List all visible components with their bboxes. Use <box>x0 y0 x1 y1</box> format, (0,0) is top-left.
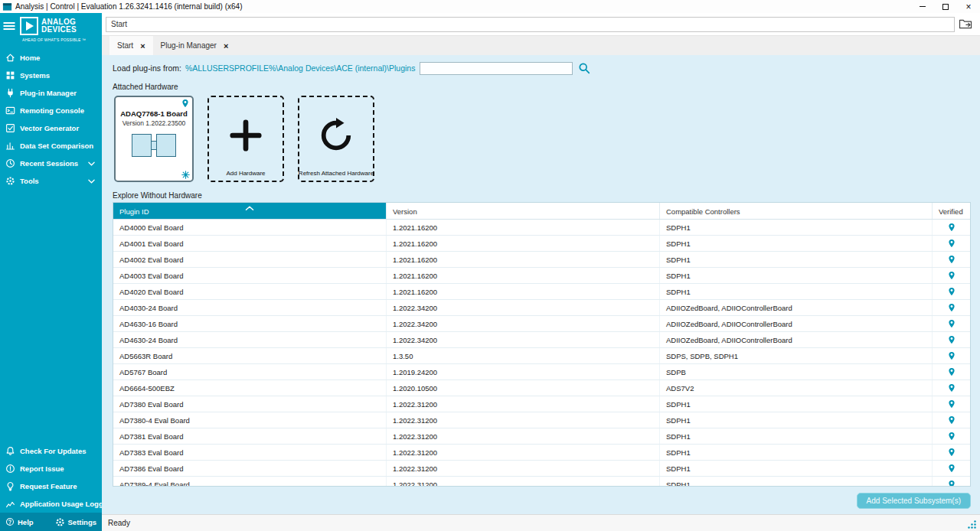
sort-ascending-icon <box>246 204 254 212</box>
add-selected-button[interactable]: Add Selected Subsystem(s) <box>857 493 971 509</box>
table-row[interactable]: AD7383 Eval Board1.2022.31200SDPH1 <box>113 445 970 461</box>
sidebar-item-tools[interactable]: Tools <box>0 172 102 190</box>
cell-verified <box>933 380 970 396</box>
table-row[interactable]: AD5767 Board1.2019.24200SDPB <box>113 364 970 380</box>
table-row[interactable]: AD4002 Eval Board1.2021.16200SDPH1 <box>113 252 970 268</box>
cell-version: 1.2021.16200 <box>387 236 660 251</box>
hardware-card-adaq7768-1[interactable]: ADAQ7768-1 Board Version 1.2022.23500 <box>114 96 194 182</box>
table-row[interactable]: AD7386 Eval Board1.2022.31200SDPH1 <box>113 461 970 477</box>
adi-logo-text: ANALOG DEVICES <box>41 18 77 34</box>
verified-pin-icon <box>947 415 956 425</box>
cell-controllers: SDPH1 <box>660 461 933 476</box>
minimize-button[interactable] <box>911 0 934 13</box>
table-row[interactable]: AD4630-24 Board1.2022.34200ADIIOZedBoard… <box>113 332 970 348</box>
cell-verified <box>933 332 970 347</box>
sidebar-item-remoting-console[interactable]: Remoting Console <box>0 102 102 119</box>
sidebar-item-data-set-comparison[interactable]: Data Set Comparison <box>0 137 102 155</box>
sidebar-item-label: Systems <box>20 71 50 80</box>
maximize-button[interactable] <box>934 0 957 13</box>
table-row[interactable]: AD7381 Eval Board1.2022.31200SDPH1 <box>113 428 970 445</box>
verified-pin-icon <box>947 448 956 457</box>
close-button[interactable]: × <box>957 0 980 13</box>
table-header: Plugin IDVersionCompatible ControllersVe… <box>113 203 970 220</box>
table-row[interactable]: AD7380 Eval Board1.2022.31200SDPH1 <box>113 396 970 412</box>
add-hardware-label: Add Hardware <box>225 170 266 177</box>
cell-version: 1.2022.31200 <box>387 445 660 460</box>
cell-controllers: ADIIOZedBoard, ADIIOControllerBoard <box>660 316 933 331</box>
board-version: Version 1.2022.23500 <box>116 119 192 127</box>
sidebar-item-check-for-updates[interactable]: Check For Updates <box>0 442 102 460</box>
cell-verified <box>933 236 970 251</box>
sidebar-item-recent-sessions[interactable]: Recent Sessions <box>0 155 102 172</box>
table-row[interactable]: AD4001 Eval Board1.2021.16200SDPH1 <box>113 236 970 252</box>
cell-verified <box>933 477 970 487</box>
sidebar-item-request-feature[interactable]: Request Feature <box>0 477 102 495</box>
resize-grip[interactable] <box>967 520 977 529</box>
cell-plugin-id: AD6664-500EBZ <box>113 380 387 396</box>
tab-label: Plug-in Manager <box>161 41 217 50</box>
refresh-hardware-label: Refresh Attached Hardware <box>298 170 374 177</box>
plugin-icon <box>5 88 16 98</box>
table-row[interactable]: AD4630-16 Board1.2022.34200ADIIOZedBoard… <box>113 316 970 332</box>
verified-pin-icon <box>947 271 956 280</box>
sidebar-item-vector-generator[interactable]: Vector Generator <box>0 119 102 137</box>
sidebar-item-plug-in-manager[interactable]: Plug-in Manager <box>0 84 102 102</box>
plugin-filter-input[interactable] <box>420 62 573 75</box>
cell-controllers: SDPH1 <box>660 284 933 299</box>
sidebar-bottom-menu: Check For UpdatesReport IssueRequest Fea… <box>0 442 102 513</box>
verified-pin-icon <box>947 367 956 376</box>
cell-plugin-id: AD4000 Eval Board <box>113 220 387 235</box>
sidebar-item-label: Check For Updates <box>20 447 87 455</box>
table-row[interactable]: AD7380-4 Eval Board1.2022.31200SDPH1 <box>113 412 970 428</box>
cell-plugin-id: AD4003 Eval Board <box>113 268 387 283</box>
table-row[interactable]: AD5663R Board1.3.50SDPS, SDPB, SDPH1 <box>113 348 970 364</box>
sidebar-item-application-usage-logging[interactable]: Application Usage Logging <box>0 495 102 513</box>
help-button[interactable]: Help <box>5 517 34 526</box>
asterisk-icon <box>181 171 190 179</box>
breadcrumb-input[interactable] <box>106 17 955 32</box>
sidebar-item-label: Data Set Comparison <box>20 142 93 150</box>
sidebar-item-label: Report Issue <box>20 464 64 473</box>
cell-plugin-id: AD7380 Eval Board <box>113 396 387 412</box>
tools-icon <box>5 176 16 186</box>
sidebar-logo-block: ANALOG DEVICES AHEAD OF WHAT'S POSSIBLE … <box>0 13 102 42</box>
sidebar-item-label: Home <box>20 54 40 62</box>
sidebar-item-systems[interactable]: Systems <box>0 67 102 84</box>
table-row[interactable]: AD6664-500EBZ1.2020.10500ADS7V2 <box>113 380 970 396</box>
folder-icon[interactable] <box>955 18 976 30</box>
table-row[interactable]: AD7389-4 Eval Board1.2022.31200SDPH1 <box>113 477 970 487</box>
cell-controllers: SDPH1 <box>660 252 933 267</box>
table-row[interactable]: AD4030-24 Board1.2022.34200ADIIOZedBoard… <box>113 300 970 316</box>
sidebar-item-report-issue[interactable]: Report Issue <box>0 460 102 477</box>
column-header-plugin-id[interactable]: Plugin ID <box>113 203 387 219</box>
cell-verified <box>933 364 970 380</box>
refresh-hardware-button[interactable]: Refresh Attached Hardware <box>298 96 374 182</box>
plugins-path-link[interactable]: %ALLUSERSPROFILE%\Analog Devices\ACE (in… <box>185 64 416 73</box>
column-header-version[interactable]: Version <box>387 203 660 219</box>
cell-plugin-id: AD4030-24 Board <box>113 300 387 315</box>
table-row[interactable]: AD4020 Eval Board1.2021.16200SDPH1 <box>113 284 970 300</box>
table-body: AD4000 Eval Board1.2021.16200SDPH1AD4001… <box>113 220 970 487</box>
table-row[interactable]: AD4003 Eval Board1.2021.16200SDPH1 <box>113 268 970 284</box>
add-hardware-button[interactable]: Add Hardware <box>207 96 284 182</box>
cell-controllers: SDPH1 <box>660 428 933 444</box>
cell-plugin-id: AD5767 Board <box>113 364 387 380</box>
logo-tagline: AHEAD OF WHAT'S POSSIBLE ™ <box>22 37 99 42</box>
settings-button[interactable]: Settings <box>55 517 96 527</box>
sidebar-item-home[interactable]: Home <box>0 49 102 67</box>
tab-plug-in-manager[interactable]: Plug-in Manager× <box>153 36 237 55</box>
sidebar-menu: HomeSystemsPlug-in ManagerRemoting Conso… <box>0 49 102 190</box>
cell-version: 1.2022.31200 <box>387 428 660 444</box>
tab-start[interactable]: Start× <box>109 36 153 55</box>
column-header-compatible-controllers[interactable]: Compatible Controllers <box>660 203 933 219</box>
cell-version: 1.2019.24200 <box>387 364 660 380</box>
table-row[interactable]: AD4000 Eval Board1.2021.16200SDPH1 <box>113 220 970 236</box>
cell-controllers: SDPH1 <box>660 412 933 428</box>
cell-verified <box>933 445 970 460</box>
tab-close-icon[interactable]: × <box>224 41 228 50</box>
hamburger-menu-icon[interactable] <box>3 21 17 31</box>
tab-close-icon[interactable]: × <box>140 41 145 50</box>
column-header-verified[interactable]: Verified <box>933 203 970 219</box>
cell-verified <box>933 220 970 235</box>
search-icon[interactable] <box>578 62 590 74</box>
